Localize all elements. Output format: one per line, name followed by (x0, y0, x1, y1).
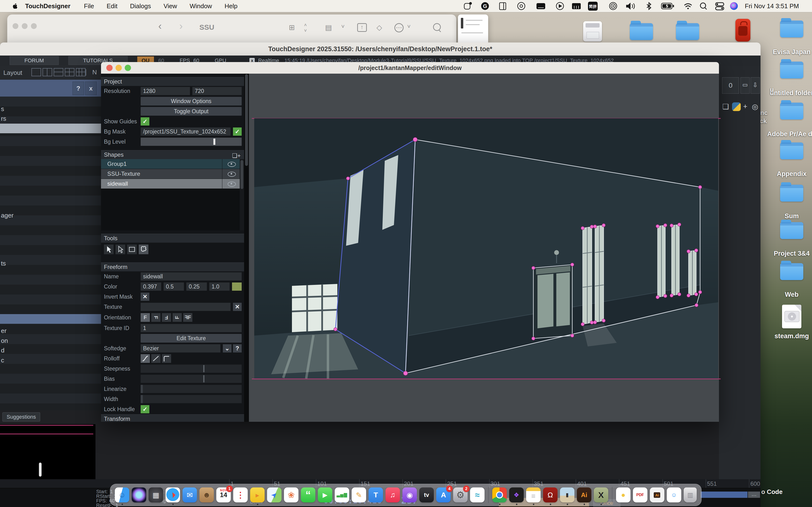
dock-icon-app-store[interactable]: A4 (436, 488, 451, 502)
select-tool-icon[interactable] (104, 244, 114, 254)
dock-icon-maps[interactable]: ➤ (267, 488, 282, 502)
steepness-slider[interactable] (141, 364, 242, 373)
sidebar-list-item[interactable]: ts (0, 259, 101, 268)
search-icon[interactable] (433, 23, 441, 31)
color-swatch[interactable] (232, 282, 242, 291)
desktop-icon-web[interactable] (780, 263, 803, 280)
menu-item-help[interactable]: Help (218, 2, 244, 10)
add-shape-icon[interactable]: ❏+ (232, 151, 241, 160)
dock-icon-safari[interactable]: ◥ (165, 488, 180, 502)
dock-icon-freeform[interactable]: ≈ (470, 488, 485, 502)
add-icon[interactable]: + (743, 102, 748, 111)
shape-list-scrollbar[interactable] (240, 159, 244, 230)
toggle-output-button[interactable]: Toggle Output (141, 107, 242, 116)
orientation-button-2[interactable]: F (162, 313, 171, 322)
direct-select-tool-icon[interactable] (115, 244, 125, 254)
bias-slider[interactable] (141, 375, 242, 383)
dock-icon-illustrator[interactable]: Ai (577, 488, 591, 502)
lock-handle-checkbox[interactable]: ✓ (141, 405, 149, 413)
menu-item-window[interactable]: Window (184, 2, 218, 10)
resolution-width-field[interactable]: 1280 (141, 87, 190, 95)
printer-icon[interactable] (583, 21, 602, 42)
menu-item-dialogs[interactable]: Dialogs (124, 2, 157, 10)
target-button-icon[interactable]: ◎ (752, 102, 758, 111)
layout-preset-3-icon[interactable] (54, 68, 63, 76)
section-transform[interactable]: Transform (101, 414, 244, 422)
dock-icon-messages[interactable]: “ (301, 488, 315, 502)
dock-icon-finder[interactable]: ☺ (115, 488, 129, 502)
window-options-button[interactable]: Window Options (141, 97, 242, 106)
dock-icon-reminders[interactable]: ⋮ (233, 488, 248, 502)
orientation-button-3[interactable]: F (172, 313, 182, 322)
shape-item-sidewall[interactable]: sidewall (101, 179, 244, 189)
timeline-progress-bar[interactable] (701, 492, 748, 498)
softedge-chevron-icon[interactable]: ⌄ (223, 344, 232, 352)
dock-icon-calendar[interactable]: NOV141 (216, 488, 231, 502)
visibility-eye-icon[interactable] (227, 181, 236, 187)
sidebar-list-item[interactable] (0, 314, 101, 324)
width-slider[interactable] (141, 395, 242, 403)
texture-id-field[interactable]: 1 (141, 324, 242, 332)
forward-icon[interactable]: › (179, 20, 183, 32)
show-guides-checkbox[interactable]: ✓ (141, 117, 149, 125)
bg-mask-checkbox[interactable]: ✓ (233, 127, 242, 136)
dock-icon-photos[interactable]: ❀ (284, 488, 298, 502)
more-chevron-icon[interactable]: ˅ (407, 23, 411, 30)
dock-icon-photo-document[interactable]: ▮ (560, 488, 574, 502)
menu-item-view[interactable]: View (157, 2, 184, 10)
suggestions-button[interactable]: Suggestions (2, 412, 40, 421)
invert-mask-toggle[interactable]: ✕ (141, 293, 149, 301)
dock-icon-launchpad[interactable]: ▦ (149, 488, 163, 502)
python-icon[interactable] (732, 102, 741, 113)
dock-icon-keynote[interactable]: T (368, 488, 383, 502)
counter-field[interactable]: 0 (722, 77, 739, 94)
dock-icon-numbers[interactable]: ▃▅▇ (335, 488, 349, 502)
name-field[interactable]: sidewall (141, 272, 242, 281)
panel-help-button[interactable]: ? (72, 81, 84, 95)
menu-item-edit[interactable]: Edit (100, 2, 124, 10)
menu-clock[interactable]: Fri Nov 14 3:51 PM (745, 0, 799, 12)
layout-preset-4-icon[interactable] (65, 68, 74, 76)
desktop-icon-untitled-folder[interactable] (780, 62, 803, 78)
desktop-icon-evisa-japan[interactable] (780, 20, 803, 38)
color-component-field-0[interactable]: 0.397 (141, 282, 161, 291)
more-actions-icon[interactable]: ⋯ (394, 23, 404, 32)
menu-status-icons[interactable]: G 简拼 (463, 0, 741, 12)
sidebar-list-item[interactable]: on (0, 336, 101, 345)
desktop-icon-adobe-pr-ae-do[interactable] (780, 103, 803, 119)
sidebar-list[interactable]: srsagertserondc (0, 97, 101, 410)
desktop-icon-sum[interactable] (780, 185, 803, 202)
dock-icon-minimized-ai-document[interactable]: Ai (650, 488, 664, 502)
bg-level-slider[interactable] (141, 137, 242, 146)
dock-icon-minimized-pdf-document[interactable]: PDF (633, 488, 648, 502)
softedge-help-button[interactable]: ? (233, 344, 242, 352)
dock-icon-apple-tv[interactable]: tv (419, 488, 434, 502)
orientation-button-4[interactable]: FF (183, 313, 192, 322)
dock-icon-acrobat[interactable]: Ω (543, 488, 558, 502)
edit-window-title-bar[interactable]: /project1/kantanMapper/editWindow (101, 62, 719, 74)
dock-icon-trash[interactable]: ▥ (684, 488, 697, 502)
bg-mask-field[interactable]: /project1/SSU_Texture_1024x652 (141, 127, 231, 136)
scrollbar-thumb[interactable] (39, 463, 42, 476)
dock-icon-podcasts[interactable]: ◉ (402, 488, 417, 502)
layout-preset-1-icon[interactable] (32, 68, 41, 76)
orientation-button-0[interactable]: F (141, 313, 150, 322)
color-component-field-2[interactable]: 0.25 (186, 282, 207, 291)
texture-clear-button[interactable]: ✕ (233, 303, 242, 311)
dock-icon-mail[interactable]: ✉ (183, 488, 197, 502)
tab-forum[interactable]: FORUM (10, 56, 59, 65)
rolloff-linear-icon[interactable] (151, 354, 160, 363)
sidebar-list-item[interactable]: s (0, 104, 101, 114)
desktop-folder-peek-1[interactable] (630, 23, 653, 40)
sidebar-list-item[interactable]: c (0, 355, 101, 365)
mapping-canvas[interactable] (249, 74, 719, 422)
group-view-icon[interactable]: ▤ (325, 23, 332, 32)
desktop-icon-project-3-4[interactable] (780, 222, 803, 239)
finder-zoom-button[interactable] (31, 23, 37, 29)
menu-item-file[interactable]: File (78, 2, 100, 10)
view-chevrons-icon[interactable]: ˄˅ (304, 22, 307, 33)
dock-icon-music[interactable]: ♫ (386, 488, 400, 502)
rectangle-tool-icon[interactable] (127, 244, 137, 254)
sidebar-list-item[interactable]: ager (0, 211, 101, 220)
sidebar-list-item[interactable] (0, 124, 101, 133)
